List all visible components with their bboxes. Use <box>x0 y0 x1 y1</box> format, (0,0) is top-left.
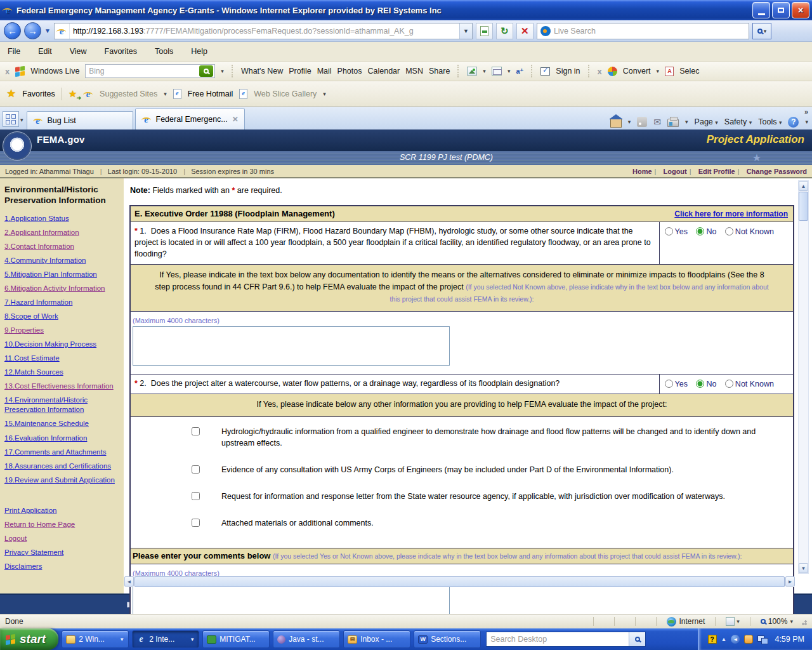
link-photos[interactable]: Photos <box>337 67 362 76</box>
protected-mode-dropdown[interactable]: ▾ <box>737 618 740 625</box>
scroll-down-arrow[interactable]: ▼ <box>799 563 808 573</box>
live-search-input[interactable] <box>554 27 745 36</box>
home-link[interactable]: Home <box>632 168 652 175</box>
scroll-right-arrow[interactable]: ► <box>785 576 795 587</box>
convert-button[interactable]: Convert <box>623 67 651 76</box>
protected-mode-icon[interactable] <box>726 617 735 626</box>
quick-tabs-button[interactable] <box>3 111 19 127</box>
toolbar-overflow-chevron[interactable]: » <box>804 108 808 116</box>
email-tool-dropdown[interactable]: ▾ <box>508 68 511 74</box>
q1-not-known-radio[interactable] <box>725 227 733 235</box>
horizontal-scroll-thumb[interactable] <box>134 576 785 587</box>
sidebar-item-maintenance-schedule[interactable]: 15.Maintenance Schedule <box>4 419 120 429</box>
task-windows-group[interactable]: 2 Win... ▼ <box>62 630 129 648</box>
sidebar-item-match-sources[interactable]: 12.Match Sources <box>4 368 120 378</box>
bing-dropdown[interactable]: ▾ <box>221 68 224 74</box>
privacy-statement-link[interactable]: Privacy Statement <box>4 548 120 558</box>
horizontal-scrollbar[interactable]: ◄ ► <box>124 576 795 587</box>
menu-edit[interactable]: Edit <box>38 47 52 56</box>
forward-button[interactable]: → <box>24 22 41 39</box>
task-java[interactable]: Java - st... <box>273 630 340 648</box>
print-icon[interactable] <box>667 119 679 127</box>
group-dropdown[interactable]: ▼ <box>119 637 124 642</box>
suggested-sites-button[interactable]: Suggested Sites <box>100 90 157 98</box>
select-button[interactable]: Selec <box>679 67 699 76</box>
sidebar-item-properties[interactable]: 9.Properties <box>4 326 120 336</box>
url-dropdown[interactable]: ▼ <box>459 23 472 39</box>
menu-favorites[interactable]: Favorites <box>105 47 137 56</box>
state-water-checkbox[interactable] <box>192 492 200 500</box>
menu-tools[interactable]: Tools <box>155 47 173 56</box>
favorites-button[interactable]: Favorites <box>22 90 55 98</box>
desktop-search-input[interactable] <box>487 635 629 644</box>
tab-close-icon[interactable]: ✕ <box>232 115 239 124</box>
menu-help[interactable]: Help <box>191 47 207 56</box>
back-button[interactable]: ← <box>4 22 21 39</box>
attached-materials-checkbox[interactable] <box>192 519 200 527</box>
network-tray-icon[interactable] <box>757 635 768 643</box>
more-information-link[interactable]: Click here for more information <box>674 209 788 218</box>
zoom-level[interactable]: 100% <box>768 617 788 626</box>
task-inbox[interactable]: ✉ Inbox - ... <box>343 630 410 648</box>
link-mail[interactable]: Mail <box>317 67 332 76</box>
toolbar-close-icon-2[interactable]: x <box>598 67 602 76</box>
sidebar-item-application-status[interactable]: 1.Application Status <box>4 214 120 224</box>
url-text[interactable]: http://192.168.3.193:7777/FEMAMitigation… <box>70 27 459 36</box>
sidebar-item-scope-of-work[interactable]: 8.Scope of Work <box>4 312 120 322</box>
q1-no-option[interactable]: No <box>696 227 716 236</box>
disclaimers-link[interactable]: Disclaimers <box>4 562 120 572</box>
group-dropdown[interactable]: ▼ <box>190 637 195 642</box>
print-dropdown[interactable]: ▾ <box>685 119 688 125</box>
sidebar-item-evaluation-information[interactable]: 16.Evaluation Information <box>4 434 120 444</box>
desktop-search-button[interactable] <box>629 632 645 646</box>
email-tool-icon[interactable] <box>492 67 502 76</box>
page-menu[interactable]: Page ▾ <box>695 117 718 126</box>
task-internet-group[interactable]: e 2 Inte... ▼ <box>132 630 199 648</box>
scroll-left-arrow[interactable]: ◄ <box>124 576 134 587</box>
q1-not-known-option[interactable]: Not Known <box>725 227 774 236</box>
change-password-link[interactable]: Change Password <box>747 168 807 175</box>
q2-not-known-option[interactable]: Not Known <box>725 380 774 388</box>
safety-menu[interactable]: Safety ▾ <box>724 117 752 126</box>
edit-profile-link[interactable]: Edit Profile <box>698 168 735 175</box>
home-dropdown[interactable]: ▾ <box>628 119 631 125</box>
link-profile[interactable]: Profile <box>289 67 311 76</box>
bing-go-button[interactable] <box>199 65 213 77</box>
vertical-scroll-thumb[interactable] <box>799 192 808 221</box>
toolbar-close-icon[interactable]: x <box>5 67 10 76</box>
url-box[interactable]: e http://192.168.3.193:7777/FEMAMitigati… <box>54 23 473 39</box>
web-slice-dropdown[interactable]: ▾ <box>323 91 326 97</box>
read-mail-icon[interactable]: ✉ <box>653 117 661 127</box>
vertical-scrollbar[interactable]: ▲ ▼ <box>798 180 809 574</box>
sidebar-item-review-submit[interactable]: 19.Review and Submit Application <box>4 475 120 486</box>
web-slice-button[interactable]: Web Slice Gallery <box>254 90 317 98</box>
sidebar-item-assurances-certifications[interactable]: 18.Assurances and Certifications <box>4 461 120 472</box>
restore-button[interactable] <box>772 2 790 18</box>
translate-icon[interactable]: a⁺ <box>516 67 523 76</box>
photo-tool-icon[interactable] <box>467 67 477 76</box>
resize-grip[interactable] <box>799 618 807 625</box>
sidebar-item-hazard-information[interactable]: 7.Hazard Information <box>4 298 120 308</box>
sidebar-item-contact-information[interactable]: 3.Contact Information <box>4 242 120 252</box>
logout-sidebar-link[interactable]: Logout <box>4 534 120 544</box>
outlook-reminder-tray-icon[interactable] <box>744 635 753 644</box>
live-search-box[interactable] <box>537 23 749 39</box>
logout-link[interactable]: Logout <box>663 168 686 175</box>
sidebar-item-cost-estimate[interactable]: 11.Cost Estimate <box>4 354 120 364</box>
suggested-sites-dropdown[interactable]: ▾ <box>164 91 167 97</box>
q1-no-radio[interactable] <box>696 227 704 235</box>
add-favorite-icon[interactable]: ★ <box>69 88 77 100</box>
bing-search-input[interactable] <box>86 67 199 76</box>
q1-yes-radio[interactable] <box>665 227 673 235</box>
help-icon[interactable]: ? <box>788 117 799 128</box>
link-calendar[interactable]: Calendar <box>367 67 400 76</box>
q1-comments-textarea[interactable] <box>133 326 450 366</box>
return-home-link[interactable]: Return to Home Page <box>4 520 120 530</box>
hide-icons-button[interactable]: ◄ <box>731 635 740 644</box>
q1-yes-option[interactable]: Yes <box>665 227 688 236</box>
tab-bug-list[interactable]: e Bug List <box>27 111 133 129</box>
link-whats-new[interactable]: What's New <box>241 67 283 76</box>
q2-yes-option[interactable]: Yes <box>665 380 688 388</box>
help-dropdown[interactable]: ▾ <box>805 119 808 125</box>
link-msn[interactable]: MSN <box>405 67 423 76</box>
